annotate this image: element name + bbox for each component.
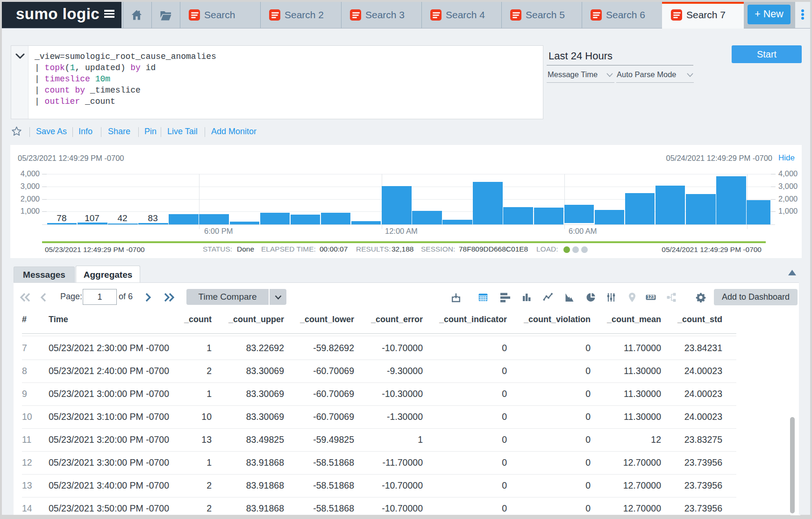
svg-text:123: 123 [647, 295, 655, 300]
